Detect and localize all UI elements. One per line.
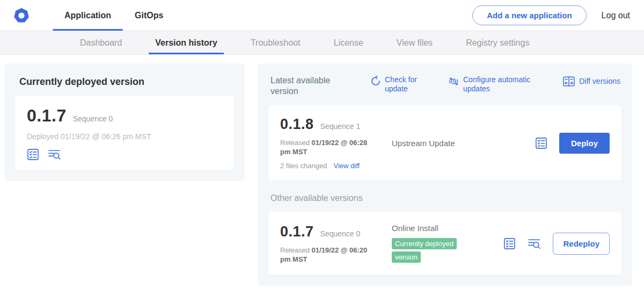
- subnav-label-view-files: View files: [397, 38, 433, 48]
- main-content: Currently deployed version 0.1.7 Sequenc…: [0, 55, 644, 286]
- subnav-item-registry-settings[interactable]: Registry settings: [459, 31, 536, 54]
- configure-automatic-updates-label: Configure automatic updates: [463, 75, 544, 93]
- current-version-number: 0.1.7: [27, 106, 67, 126]
- version-row-0-1-7: 0.1.7 Sequence 0 Released 01/19/22 @ 06:…: [268, 212, 621, 275]
- latest-version-number: 0.1.8: [280, 116, 314, 133]
- version-source-label: Upstream Update: [392, 139, 455, 148]
- app-logo-icon[interactable]: [13, 7, 30, 24]
- diff-versions-link[interactable]: Diff versions: [562, 75, 620, 87]
- preflight-checks-icon[interactable]: [535, 137, 547, 149]
- currently-deployed-card: 0.1.7 Sequence 0 Deployed 01/19/22 @ 06:…: [15, 96, 234, 170]
- version-row-0-1-8: 0.1.8 Sequence 1 Released 01/19/22 @ 06:…: [268, 105, 621, 181]
- subnav-item-license[interactable]: License: [327, 31, 370, 54]
- subnav-item-view-files[interactable]: View files: [390, 31, 439, 54]
- app-sub-navigation: Dashboard Version history Troubleshoot L…: [0, 31, 644, 55]
- latest-version-sequence: Sequence 1: [320, 122, 361, 131]
- tab-application-label: Application: [64, 11, 111, 20]
- tab-gitops[interactable]: GitOps: [123, 0, 175, 31]
- currently-deployed-title: Currently deployed version: [19, 76, 233, 88]
- check-for-update-label: Check for update: [385, 75, 423, 93]
- subnav-item-dashboard[interactable]: Dashboard: [74, 31, 128, 54]
- logout-link[interactable]: Log out: [602, 11, 630, 20]
- latest-available-panel: Latest available version Check for updat…: [258, 63, 632, 286]
- subnav-label-troubleshoot: Troubleshoot: [251, 38, 301, 48]
- other-released-timestamp: Released 01/19/22 @ 06:20 pm MST: [280, 246, 379, 264]
- current-version-sequence: Sequence 0: [73, 114, 113, 123]
- preflight-checks-icon[interactable]: [503, 237, 516, 250]
- other-version-sequence: Sequence 0: [320, 229, 361, 238]
- version-source-label: Online Install: [392, 224, 438, 233]
- subnav-label-license: License: [334, 38, 363, 48]
- top-tabs: Application GitOps: [53, 0, 175, 31]
- view-deploy-logs-icon[interactable]: [48, 148, 61, 161]
- currently-deployed-badge: Currently deployed version: [392, 238, 457, 263]
- tab-gitops-label: GitOps: [135, 11, 163, 20]
- diff-versions-label: Diff versions: [579, 77, 620, 86]
- subnav-item-version-history[interactable]: Version history: [149, 31, 224, 54]
- preflight-checks-icon[interactable]: [27, 148, 39, 161]
- subnav-item-troubleshoot[interactable]: Troubleshoot: [244, 31, 307, 54]
- current-deployed-timestamp: Deployed 01/19/22 @ 06:26 pm MST: [27, 132, 222, 141]
- currently-deployed-panel: Currently deployed version 0.1.7 Sequenc…: [4, 63, 245, 181]
- add-new-application-button[interactable]: Add a new application: [472, 5, 586, 25]
- subnav-label-version-history: Version history: [155, 38, 217, 48]
- subnav-label-registry-settings: Registry settings: [466, 38, 529, 48]
- subnav-label-dashboard: Dashboard: [80, 38, 122, 48]
- released-label: Released: [280, 246, 310, 254]
- view-deploy-logs-icon[interactable]: [528, 237, 541, 250]
- other-available-versions-title: Other available versions: [270, 193, 620, 203]
- deploy-button[interactable]: Deploy: [559, 133, 610, 154]
- check-for-update-link[interactable]: Check for update: [370, 75, 423, 93]
- tab-application[interactable]: Application: [53, 0, 123, 31]
- latest-available-title: Latest available version: [270, 75, 339, 97]
- other-version-number: 0.1.7: [280, 224, 314, 240]
- released-label: Released: [280, 139, 310, 147]
- redeploy-button[interactable]: Redeploy: [553, 233, 610, 255]
- configure-automatic-updates-link[interactable]: Configure automatic updates: [448, 75, 544, 93]
- top-navigation-bar: Application GitOps Add a new application…: [0, 0, 644, 31]
- files-changed-text: 2 files changed: [280, 162, 327, 170]
- latest-released-timestamp: Released 01/19/22 @ 06:28 pm MST: [280, 138, 379, 156]
- view-diff-link[interactable]: View diff: [333, 162, 360, 170]
